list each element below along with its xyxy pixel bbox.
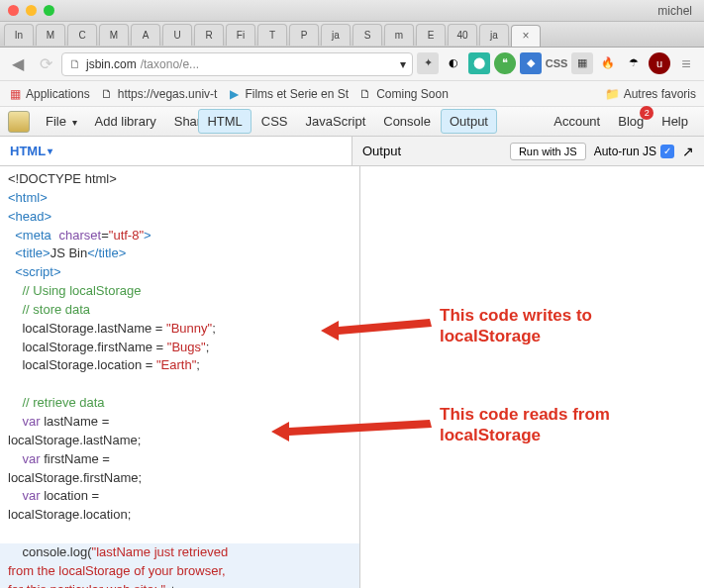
ublock-icon[interactable]: u [649,52,670,74]
css-ext-icon[interactable]: CSS [546,52,567,74]
close-icon[interactable] [8,5,19,16]
annotation-write: This code writes to localStorage [440,305,667,347]
ext-icon[interactable]: ◐ [443,52,464,74]
extensions: ✦ ◐ ⬤ ❝ ◆ CSS ▦ 🔥 ☂ u ≡ [417,52,698,76]
help-link[interactable]: Help [654,110,696,133]
output-panel-header: Output Run with JS Auto-run JS ✓ ↗ [352,137,704,165]
tab[interactable]: M [36,24,65,46]
annotation-read: This code reads from localStorage [440,404,677,446]
label: Applications [26,87,90,101]
minimize-icon[interactable] [26,5,37,16]
page-icon: 🗋 [68,57,82,71]
browser-tabs: In M C M A U R Fi T P ja S m E 40 ja [0,22,704,48]
tab[interactable]: P [289,24,319,46]
url-host: jsbin.com [86,57,137,71]
html-panel-toggle[interactable]: HTML [198,109,251,134]
bookmark-item[interactable]: 🗋https://vegas.univ-t [100,87,218,101]
label: Auto-run JS [594,145,656,158]
tab[interactable]: M [99,24,129,46]
html-panel-header[interactable]: HTML ▾ [0,137,352,165]
css-panel-toggle[interactable]: CSS [253,110,296,133]
window-controls [8,5,54,16]
ext-icon[interactable]: ◆ [520,52,542,74]
hangouts-icon[interactable]: ❝ [494,52,516,74]
tab[interactable]: 40 [448,24,477,46]
label: HTML [10,144,46,158]
ext-icon[interactable]: ▦ [571,52,593,74]
apps-button[interactable]: ▦Applications [8,87,90,101]
jsbin-toolbar: File ▾ Add library Share HTML CSS JavaSc… [0,107,704,137]
tab[interactable]: U [162,24,192,46]
tab[interactable]: ja [321,24,351,46]
label: Autres favoris [624,87,696,101]
zoom-icon[interactable] [44,5,54,16]
ext-icon[interactable]: 🔥 [597,52,619,74]
tab[interactable]: S [352,24,382,46]
address-bar-row: ◀ ⟳ 🗋 jsbin.com/taxono/e... ▾ ✦ ◐ ⬤ ❝ ◆ … [0,48,704,81]
console-panel-toggle[interactable]: Console [375,110,439,133]
ext-icon[interactable]: ✦ [417,52,439,74]
tab[interactable]: Fi [226,24,255,46]
run-with-js-button[interactable]: Run with JS [510,143,586,160]
profile-name[interactable]: michel [657,4,696,18]
tab-active[interactable] [511,25,541,47]
tab[interactable]: A [131,24,160,46]
output-preview: This code writes to localStorage This co… [359,166,704,588]
bookmarks-bar: ▦Applications 🗋https://vegas.univ-t ▶Fil… [0,81,704,107]
jsbin-logo-icon[interactable] [8,111,30,133]
dropdown-icon[interactable]: ▾ [400,57,406,71]
address-bar[interactable]: 🗋 jsbin.com/taxono/e... ▾ [61,52,413,76]
output-panel-toggle[interactable]: Output [441,109,497,134]
label: Films et Serie en St [245,87,349,101]
svg-marker-1 [271,420,432,441]
bookmark-item[interactable]: ▶Films et Serie en St [227,87,349,101]
bookmark-item[interactable]: 🗋Coming Soon [358,87,449,101]
tab[interactable]: E [416,24,446,46]
ext-icon[interactable]: ⬤ [468,52,490,74]
blog-link[interactable]: Blog2 [610,110,652,133]
tab[interactable]: m [384,24,414,46]
back-button[interactable]: ◀ [6,52,30,76]
label: Coming Soon [376,87,449,101]
arrow-icon [271,414,440,453]
label: Output [362,144,401,158]
chevron-down-icon: ▾ [48,146,52,156]
window-titlebar: michel [0,0,704,22]
file-menu[interactable]: File ▾ [38,110,85,133]
popout-icon[interactable]: ↗ [682,144,694,159]
account-menu[interactable]: Account [546,110,608,133]
menu-icon[interactable]: ≡ [674,52,698,76]
ext-icon[interactable]: ☂ [623,52,645,74]
tab[interactable]: ja [479,24,509,46]
panels: <!DOCTYPE html> <html> <head> <meta char… [0,166,704,588]
svg-marker-0 [321,319,432,341]
label: https://vegas.univ-t [118,87,218,101]
url-path: /taxono/e... [141,57,199,71]
tab[interactable]: In [4,24,34,46]
code-editor[interactable]: <!DOCTYPE html> <html> <head> <meta char… [0,166,359,588]
tab[interactable]: T [257,24,287,46]
tab[interactable]: C [67,24,97,46]
badge: 2 [640,106,654,120]
arrow-icon [321,313,440,352]
tab[interactable]: R [194,24,224,46]
checkbox-checked-icon: ✓ [660,145,674,158]
js-panel-toggle[interactable]: JavaScript [298,110,374,133]
panel-headers: HTML ▾ Output Run with JS Auto-run JS ✓ … [0,137,704,166]
other-bookmarks[interactable]: 📁Autres favoris [606,87,696,101]
autorun-toggle[interactable]: Auto-run JS ✓ [594,145,674,158]
forward-button[interactable]: ⟳ [34,52,57,76]
add-library-menu[interactable]: Add library [87,110,164,133]
